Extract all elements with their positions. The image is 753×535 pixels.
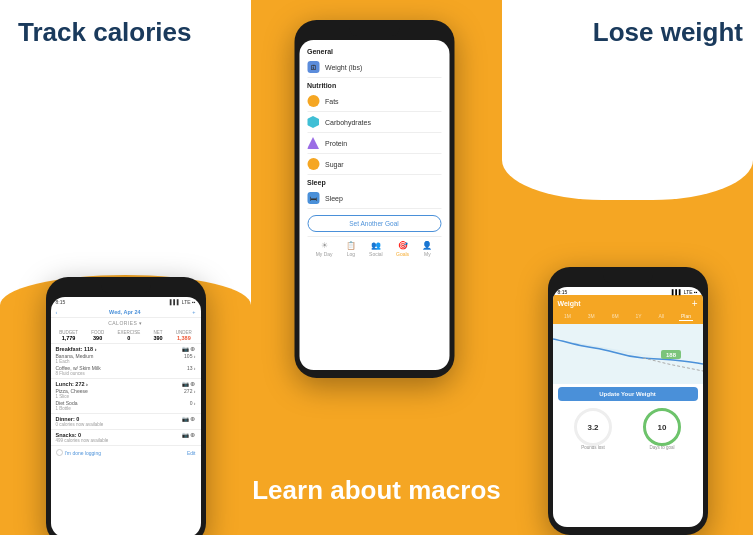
p3-update-btn[interactable]: Update Your Weight xyxy=(558,387,698,401)
p2-nav-goals[interactable]: 🎯 Goals xyxy=(396,241,409,257)
p1-item-coffee: Coffee, w/ Skim Milk8 Fluid ounces 13 › xyxy=(56,365,196,376)
p2-item-sleep[interactable]: 🛏 Sleep xyxy=(307,188,441,209)
p1-calories-label: CALORIES ▾ xyxy=(51,318,201,328)
p1-lunch-title: Lunch: 272 › 📷 ⊕ xyxy=(56,381,196,387)
p3-circle-pounds: 3.2 xyxy=(574,408,612,446)
p2-item-carbs[interactable]: Carbohydrates xyxy=(307,112,441,133)
p2-nav-me[interactable]: 👤 My xyxy=(422,241,432,257)
p1-stat-budget-val: 1,779 xyxy=(59,335,78,341)
p1-nav-plus[interactable]: + xyxy=(192,309,195,315)
sleep-icon: 🛏 xyxy=(307,192,319,204)
p2-carbs-label: Carbohydrates xyxy=(325,119,371,126)
p2-nav-myday-label: My Day xyxy=(316,251,333,257)
phone-screen-2: General 🗓 Weight (lbs) Nutrition Fats Ca… xyxy=(299,40,449,370)
phone-notch-1 xyxy=(101,285,151,293)
p3-tab-1y[interactable]: 1Y xyxy=(634,312,644,321)
panel2-title: Learn about macros xyxy=(251,476,502,505)
p2-fats-label: Fats xyxy=(325,98,339,105)
p2-sugar-label: Sugar xyxy=(325,161,344,168)
p2-item-sugar[interactable]: Sugar xyxy=(307,154,441,175)
fats-icon xyxy=(307,95,319,107)
p1-footer-done[interactable]: I'm done logging xyxy=(56,449,102,456)
p3-header: Weight + xyxy=(553,295,703,312)
p1-signal: ▌▌▌ LTE ▪▪ xyxy=(170,299,196,305)
phone-notch-3 xyxy=(603,275,653,283)
p3-tab-plan[interactable]: Plan xyxy=(679,312,693,321)
p3-tab-3m[interactable]: 3M xyxy=(586,312,597,321)
p3-stats-row: 3.2 Pounds lost 10 Days to goal xyxy=(553,404,703,455)
p3-tab-6m[interactable]: 6M xyxy=(610,312,621,321)
p1-footer-edit[interactable]: Edit xyxy=(187,450,196,456)
p3-pounds-val: 3.2 xyxy=(587,423,598,432)
p3-tabs: 1M 3M 6M 1Y All Plan xyxy=(553,312,703,324)
p2-nutrition-title: Nutrition xyxy=(307,82,441,89)
p2-item-fats[interactable]: Fats xyxy=(307,91,441,112)
p1-stats-row: BUDGET 1,779 FOOD 390 EXERCISE 0 NET 390 xyxy=(51,328,201,344)
p1-snacks: Snacks: 0 📷 ⊕ 499 calories now available xyxy=(51,430,201,446)
p1-item-soda: Diet Soda1 Bottle 0 › xyxy=(56,400,196,411)
panel-track-calories: Track calories 8:15 ▌▌▌ LTE ▪▪ ‹ Wed, Ap… xyxy=(0,0,251,535)
p1-footer: I'm done logging Edit xyxy=(51,446,201,459)
phone-device-2: General 🗓 Weight (lbs) Nutrition Fats Ca… xyxy=(294,20,454,378)
p1-dinner-available: 0 calories now available xyxy=(56,422,196,427)
phone-device-1: 8:15 ▌▌▌ LTE ▪▪ ‹ Wed, Apr 24 + CALORIES… xyxy=(46,277,206,535)
p1-stat-net: NET 390 xyxy=(153,330,162,341)
panel3-title: Lose weight xyxy=(593,18,743,47)
myday-icon: ☀ xyxy=(321,241,328,250)
p1-time: 8:15 xyxy=(56,299,66,305)
p2-sleep-title: Sleep xyxy=(307,179,441,186)
p2-protein-label: Protein xyxy=(325,140,347,147)
p2-nav-log[interactable]: 📋 Log xyxy=(346,241,356,257)
p1-breakfast-title: Breakfast: 118 › 📷 ⊕ xyxy=(56,346,196,352)
p2-nav-log-label: Log xyxy=(347,251,355,257)
phone-screen-1: 8:15 ▌▌▌ LTE ▪▪ ‹ Wed, Apr 24 + CALORIES… xyxy=(51,297,201,535)
log-icon: 📋 xyxy=(346,241,356,250)
carbs-icon xyxy=(307,116,319,128)
goals-icon: 🎯 xyxy=(398,241,408,250)
p3-tab-all[interactable]: All xyxy=(657,312,667,321)
panel2-phone: General 🗓 Weight (lbs) Nutrition Fats Ca… xyxy=(294,20,459,378)
p3-plus-btn[interactable]: + xyxy=(692,298,698,309)
p2-sleep-label: Sleep xyxy=(325,195,343,202)
p1-stat-budget: BUDGET 1,779 xyxy=(59,330,78,341)
p2-nav-social-label: Social xyxy=(369,251,383,257)
phone-device-3: 8:15 ▌▌▌ LTE ▪▪ Weight + 1M 3M 6M 1Y All… xyxy=(548,267,708,535)
p3-stat-days: 10 Days to goal xyxy=(643,408,681,451)
p3-tab-1m[interactable]: 1M xyxy=(562,312,573,321)
p1-dinner: Dinner: 0 📷 ⊕ 0 calories now available xyxy=(51,414,201,430)
p2-item-protein[interactable]: Protein xyxy=(307,133,441,154)
p1-stat-net-val: 390 xyxy=(153,335,162,341)
p1-nav-date: Wed, Apr 24 xyxy=(109,309,140,315)
p2-set-goal-btn[interactable]: Set Another Goal xyxy=(307,215,441,232)
p3-weight-title: Weight xyxy=(558,300,581,307)
p1-footer-checkbox xyxy=(56,449,63,456)
p2-general-title: General xyxy=(307,48,441,55)
p1-snacks-available: 499 calories now available xyxy=(56,438,196,443)
sugar-icon xyxy=(307,158,319,170)
p1-stat-ex-val: 0 xyxy=(117,335,140,341)
panel-macros: General 🗓 Weight (lbs) Nutrition Fats Ca… xyxy=(251,0,502,535)
p1-footer-label: I'm done logging xyxy=(65,450,102,456)
p3-status-bar: 8:15 ▌▌▌ LTE ▪▪ xyxy=(553,287,703,295)
me-icon: 👤 xyxy=(422,241,432,250)
phone-screen-3: 8:15 ▌▌▌ LTE ▪▪ Weight + 1M 3M 6M 1Y All… xyxy=(553,287,703,527)
panel1-title: Track calories xyxy=(0,0,251,48)
panel3-phone: 8:15 ▌▌▌ LTE ▪▪ Weight + 1M 3M 6M 1Y All… xyxy=(548,267,708,535)
p3-time: 8:15 xyxy=(558,289,568,295)
p1-item-banana: Banana, Medium1 Each 105 › xyxy=(56,353,196,364)
p1-stat-food-val: 390 xyxy=(91,335,104,341)
p2-item-weight[interactable]: 🗓 Weight (lbs) xyxy=(307,57,441,78)
p3-days-label: Days to goal xyxy=(649,446,674,451)
p1-nav-back[interactable]: ‹ xyxy=(56,309,58,315)
p3-signal: ▌▌▌ LTE ▪▪ xyxy=(672,289,698,295)
p2-nav-social[interactable]: 👥 Social xyxy=(369,241,383,257)
p2-bottom-nav: ☀ My Day 📋 Log 👥 Social 🎯 Goals xyxy=(307,236,441,257)
social-icon: 👥 xyxy=(371,241,381,250)
p1-stat-under-val: 1,389 xyxy=(176,335,192,341)
p3-days-val: 10 xyxy=(658,423,667,432)
panel-lose-weight: Lose weight 8:15 ▌▌▌ LTE ▪▪ Weight + 1M … xyxy=(502,0,753,535)
p2-nav-myday[interactable]: ☀ My Day xyxy=(316,241,333,257)
p1-breakfast: Breakfast: 118 › 📷 ⊕ Banana, Medium1 Eac… xyxy=(51,344,201,379)
p3-stat-pounds: 3.2 Pounds lost xyxy=(574,408,612,451)
p1-item-pizza: Pizza, Cheese1 Slice 272 › xyxy=(56,388,196,399)
